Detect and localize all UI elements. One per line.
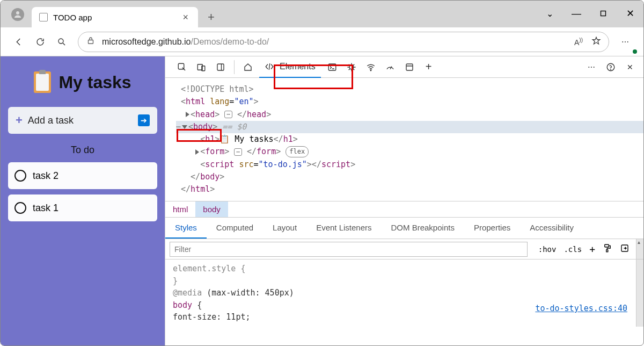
dom-line[interactable]: <!DOCTYPE html> (176, 83, 643, 96)
styles-tab-styles[interactable]: Styles (165, 218, 207, 239)
styles-filter-input[interactable] (170, 242, 528, 257)
tab-title: TODO app (53, 13, 180, 22)
cls-toggle[interactable]: .cls (564, 245, 582, 254)
close-button[interactable]: ✕ (617, 3, 643, 24)
svg-line-18 (353, 64, 354, 65)
refresh-button[interactable] (30, 31, 51, 53)
dom-body-line[interactable]: ⋯<body> == $0 (176, 121, 643, 133)
app-header: My tasks (8, 71, 157, 93)
tab-favicon (39, 13, 48, 21)
breadcrumb-item[interactable]: body (195, 201, 228, 217)
inspect-icon[interactable] (176, 61, 188, 73)
svg-rect-9 (328, 64, 336, 70)
address-bar[interactable]: microsoftedge.github.io/Demos/demo-to-do… (78, 32, 609, 52)
device-toggle-icon[interactable] (195, 61, 207, 73)
styles-tab-accessibility[interactable]: Accessibility (520, 218, 583, 239)
dom-tree[interactable]: <!DOCTYPE html> <html lang="en"> <head> … (165, 78, 643, 201)
lock-icon (86, 36, 96, 47)
more-tabs-icon[interactable]: + (423, 61, 435, 73)
page-title: My tasks (58, 73, 131, 92)
svg-rect-3 (89, 40, 93, 44)
styles-tab-computed[interactable]: Computed (207, 218, 263, 239)
styles-line: @media (max-width: 450px) (173, 287, 636, 299)
svg-point-19 (370, 70, 371, 71)
search-button[interactable] (51, 31, 72, 53)
paint-icon[interactable] (603, 243, 612, 255)
help-icon[interactable] (605, 61, 617, 73)
task-text: task 2 (33, 170, 58, 182)
svg-rect-1 (601, 11, 606, 16)
new-tab-button[interactable]: + (208, 10, 215, 24)
read-aloud-icon[interactable]: A)) (574, 37, 583, 47)
task-item[interactable]: task 1 (8, 194, 157, 221)
breadcrumb-item[interactable]: html (165, 201, 195, 217)
svg-line-16 (353, 69, 354, 70)
clipboard-icon (34, 71, 51, 93)
styles-line: element.style { (173, 263, 636, 275)
checkbox-icon[interactable] (14, 170, 26, 182)
computed-sidebar-icon[interactable] (620, 243, 630, 255)
dock-side-icon[interactable] (215, 61, 226, 73)
svg-line-17 (348, 69, 349, 70)
submit-arrow-icon[interactable]: ➔ (138, 114, 150, 126)
window-controls: ⌄ — ✕ (536, 3, 643, 24)
divider (234, 60, 235, 74)
svg-point-0 (16, 11, 19, 15)
url-path: /Demos/demo-to-do/ (191, 37, 574, 47)
styles-tab-properties[interactable]: Properties (464, 218, 520, 239)
add-task-placeholder: Add a task (28, 115, 138, 126)
url-domain: microsoftedge.github.io (102, 37, 191, 47)
sources-tab-icon[interactable] (346, 61, 357, 73)
styles-pane[interactable]: element.style { } @media (max-width: 450… (165, 260, 643, 327)
add-task-input[interactable]: + Add a task ➔ (8, 107, 157, 134)
dom-line[interactable]: <h1>📋 My tasks</h1> (176, 133, 643, 146)
dom-line[interactable]: </body> (176, 171, 643, 183)
scrollbar[interactable] (636, 260, 643, 327)
devtools-toolbar: Elements + ⋯ ✕ (165, 56, 643, 78)
application-tab-icon[interactable] (404, 61, 415, 73)
styles-tab-dom-breakpoints[interactable]: DOM Breakpoints (382, 218, 464, 239)
more-tools-icon[interactable]: ⋯ (586, 61, 597, 73)
browser-tab[interactable]: TODO app × (32, 7, 198, 27)
styles-filter-row: :hov .cls + (165, 239, 643, 260)
task-text: task 1 (33, 203, 58, 214)
svg-point-24 (611, 69, 611, 70)
welcome-tab-icon[interactable] (242, 61, 254, 73)
performance-tab-icon[interactable] (384, 61, 396, 73)
styles-tabs: Styles Computed Layout Event Listeners D… (165, 218, 643, 239)
favorite-icon[interactable] (591, 36, 601, 47)
checkbox-icon[interactable] (14, 202, 26, 214)
svg-point-2 (58, 39, 63, 44)
tab-actions-icon[interactable]: ⌄ (536, 3, 563, 24)
svg-rect-26 (606, 250, 608, 252)
hov-toggle[interactable]: :hov (538, 245, 557, 254)
styles-tab-layout[interactable]: Layout (263, 218, 306, 239)
section-heading: To do (8, 145, 157, 156)
svg-rect-25 (605, 245, 609, 248)
elements-tab-label: Elements (280, 62, 316, 71)
svg-rect-21 (406, 64, 413, 70)
task-item[interactable]: task 2 (8, 162, 157, 189)
dom-line[interactable]: <html lang="en"> (176, 96, 643, 108)
scrollbar[interactable] (636, 239, 643, 259)
dom-line[interactable]: <script src="to-do.js"></script> (176, 158, 643, 171)
maximize-button[interactable] (590, 3, 617, 24)
dom-line[interactable]: </html> (176, 183, 643, 196)
dom-line[interactable]: <form> ⋯ </form> flex (176, 146, 643, 158)
svg-point-10 (349, 65, 354, 69)
new-style-rule-icon[interactable]: + (589, 243, 595, 255)
elements-tab[interactable]: Elements (259, 56, 321, 78)
close-devtools-icon[interactable]: ✕ (624, 61, 636, 73)
minimize-button[interactable]: — (563, 3, 590, 24)
profile-avatar[interactable] (11, 8, 24, 21)
back-button[interactable] (8, 31, 30, 53)
tab-close-icon[interactable]: × (180, 12, 191, 23)
stylesheet-link[interactable]: to-do-styles.css:40 (535, 302, 627, 315)
dom-line[interactable]: <head> ⋯ </head> (176, 109, 643, 121)
network-tab-icon[interactable] (365, 61, 377, 73)
styles-tab-event-listeners[interactable]: Event Listeners (306, 218, 381, 239)
app-panel: My tasks + Add a task ➔ To do task 2 tas… (1, 56, 165, 346)
settings-menu-button[interactable]: ⋯ (614, 31, 636, 53)
console-tab-icon[interactable] (326, 61, 338, 73)
plus-icon: + (16, 113, 23, 127)
